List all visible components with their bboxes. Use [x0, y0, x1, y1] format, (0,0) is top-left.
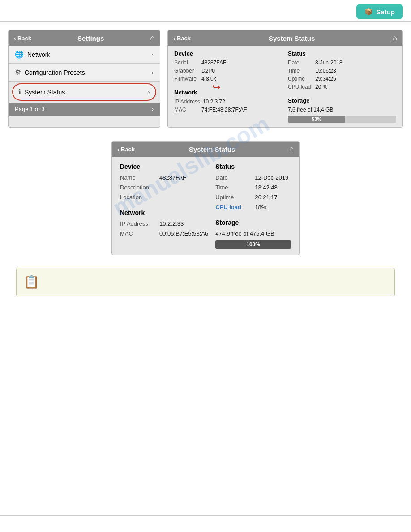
storage-pct-label-top: 53% — [312, 116, 321, 122]
config-label: Configuration Presets — [25, 69, 85, 76]
storage-progress-wrap-top: 53% — [288, 116, 396, 123]
storage-free-value-large: 474.9 free of 475.4 GB — [215, 229, 274, 239]
mac-value-top: 74:FE:48:28:7F:AF — [201, 106, 247, 114]
firmware-row: Firmware 4.8.0k — [174, 75, 283, 83]
status-back-button-large[interactable]: ‹ Back — [117, 146, 135, 153]
storage-free-value-top: 7.6 free of 14.4 GB — [288, 106, 333, 114]
date-value-top: 8-Jun-2018 — [315, 59, 342, 67]
storage-section-title-top: Storage — [288, 97, 396, 104]
location-row: Location — [120, 193, 208, 202]
storage-progress-wrap-large: 100% — [215, 240, 291, 249]
mac-label-top: MAC — [174, 106, 199, 114]
status-title-top: System Status — [269, 34, 315, 42]
mac-row-large: MAC 00:05:B7:E5:53:A6 — [120, 229, 208, 239]
network-section-title-large: Network — [120, 209, 208, 216]
status-content-large: Device Name 48287FAF Description Locatio… — [112, 157, 299, 255]
settings-panel: ‹ Back Settings ⌂ 🌐 Network › ⚙ — [8, 30, 160, 128]
setup-label: Setup — [376, 8, 395, 16]
time-row-large: Time 13:42:48 — [215, 183, 291, 193]
note-icon: 📋 — [24, 275, 39, 289]
config-chevron: › — [151, 69, 154, 76]
page-nav-label: Page 1 of 3 — [15, 106, 45, 112]
name-row: Name 48287FAF — [120, 173, 208, 183]
status-header-top: ‹ Back System Status ⌂ — [168, 30, 402, 46]
storage-free-row-top: 7.6 free of 14.4 GB — [288, 106, 396, 114]
date-value-large: 12-Dec-2019 — [255, 173, 288, 183]
bottom-divider — [0, 515, 411, 516]
panels-row-wrap: ‹ Back Settings ⌂ 🌐 Network › ⚙ — [8, 30, 403, 128]
uptime-label-large: Uptime — [215, 193, 251, 202]
main-content: ‹ Back Settings ⌂ 🌐 Network › ⚙ — [0, 22, 411, 296]
time-value-large: 13:42:48 — [255, 183, 278, 193]
status-info-icon: ℹ — [18, 88, 21, 96]
network-section-title-top: Network — [174, 89, 283, 96]
serial-label: Serial — [174, 59, 199, 67]
cpuload-value-top: 20 % — [315, 83, 327, 91]
name-value: 48287FAF — [159, 173, 186, 183]
status-panel-large: ‹ Back System Status ⌂ Device Name 48287… — [111, 141, 300, 255]
menu-item-system-status[interactable]: ℹ System Status › — [12, 83, 156, 101]
network-chevron: › — [151, 51, 154, 58]
storage-pct-label-large: 100% — [246, 241, 260, 248]
settings-home-icon[interactable]: ⌂ — [150, 34, 154, 42]
device-section-title: Device — [174, 50, 283, 57]
ip-row-large: IP Address 10.2.2.33 — [120, 219, 208, 229]
panels-row: ‹ Back Settings ⌂ 🌐 Network › ⚙ — [8, 30, 403, 128]
status-chevron: › — [148, 89, 150, 96]
uptime-value-large: 26:21:17 — [255, 193, 278, 202]
grabber-value: D2P0 — [201, 67, 215, 75]
mac-label-large: MAC — [120, 229, 156, 239]
date-row-large: Date 12-Dec-2019 — [215, 173, 291, 183]
cpuload-label-large: CPU load — [215, 202, 251, 212]
status-home-icon-large[interactable]: ⌂ — [289, 145, 294, 153]
status-panel-top: ‹ Back System Status ⌂ Device Serial 482… — [167, 30, 403, 128]
ip-value-large: 10.2.2.33 — [159, 219, 184, 229]
settings-header: ‹ Back Settings ⌂ — [9, 30, 160, 46]
time-label-top: Time — [288, 67, 313, 75]
status-col-large: Status Date 12-Dec-2019 Time 13:42:48 Up… — [215, 163, 291, 249]
status-home-icon-top[interactable]: ⌂ — [393, 34, 397, 42]
storage-progress-fill-large: 100% — [215, 240, 291, 249]
page-nav-chevron: › — [152, 106, 154, 112]
menu-item-network[interactable]: 🌐 Network › — [9, 46, 160, 64]
device-section-title-large: Device — [120, 163, 208, 170]
uptime-row-top: Uptime 29:34:25 — [288, 75, 396, 83]
location-label: Location — [120, 193, 156, 202]
storage-section-title-large: Storage — [215, 219, 291, 226]
status-section-title-top: Status — [288, 50, 396, 57]
description-label: Description — [120, 183, 156, 193]
time-label-large: Time — [215, 183, 251, 193]
ip-value-top: 10.2.3.72 — [203, 98, 225, 106]
description-row: Description — [120, 183, 208, 193]
status-content-top: Device Serial 48287FAF Grabber D2P0 Firm… — [168, 46, 402, 127]
grabber-label: Grabber — [174, 67, 199, 75]
settings-back-button[interactable]: ‹ Back — [14, 35, 31, 42]
ip-row-top: IP Address 10.2.3.72 — [174, 98, 283, 106]
time-value-top: 15:06:23 — [315, 67, 336, 75]
setup-button[interactable]: 📦 Setup — [356, 4, 403, 19]
second-panel-wrap: ‹ Back System Status ⌂ Device Name 48287… — [8, 141, 403, 255]
ip-label-top: IP Address — [174, 98, 200, 106]
note-box: 📋 — [16, 268, 395, 296]
date-label-large: Date — [215, 173, 251, 183]
page-nav[interactable]: Page 1 of 3 › — [9, 103, 160, 116]
serial-row: Serial 48287FAF — [174, 59, 283, 67]
status-section-title-large: Status — [215, 163, 291, 170]
settings-title: Settings — [77, 34, 104, 42]
status-back-button-top[interactable]: ‹ Back — [173, 35, 191, 42]
serial-value: 48287FAF — [201, 59, 226, 67]
system-status-label: System Status — [25, 89, 65, 96]
cpuload-row-top: CPU load 20 % — [288, 83, 396, 91]
device-col-large: Device Name 48287FAF Description Locatio… — [120, 163, 208, 249]
firmware-label: Firmware — [174, 75, 199, 83]
mac-row-top: MAC 74:FE:48:28:7F:AF — [174, 106, 283, 114]
uptime-row-large: Uptime 26:21:17 — [215, 193, 291, 202]
firmware-value: 4.8.0k — [201, 75, 216, 83]
storage-free-row-large: 474.9 free of 475.4 GB — [215, 229, 291, 239]
cpuload-row-large: CPU load 18% — [215, 202, 291, 212]
network-label: Network — [27, 51, 50, 58]
ip-label-large: IP Address — [120, 219, 156, 229]
config-icon: ⚙ — [15, 68, 21, 77]
menu-item-network-left: 🌐 Network — [15, 50, 50, 59]
menu-item-config-presets[interactable]: ⚙ Configuration Presets › — [9, 64, 160, 82]
